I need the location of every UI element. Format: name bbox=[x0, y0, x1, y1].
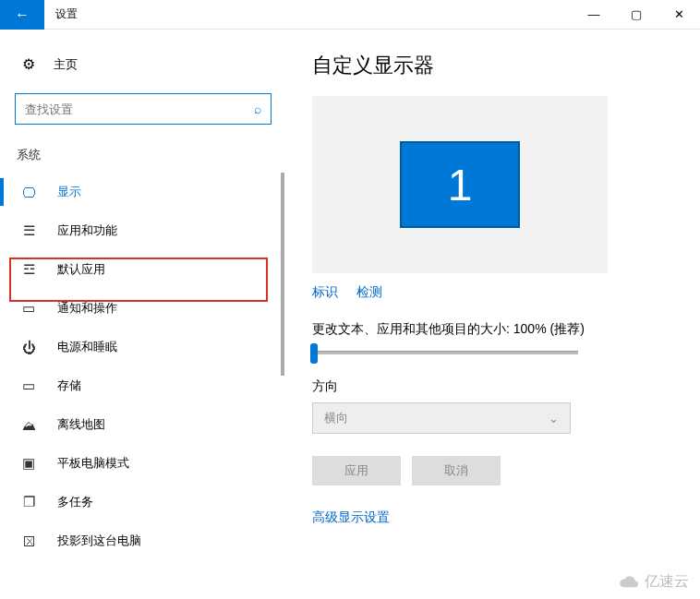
maximize-button[interactable]: ▢ bbox=[615, 0, 658, 30]
sidebar-item-label: 多任务 bbox=[57, 494, 93, 510]
scrollbar-thumb[interactable] bbox=[281, 173, 284, 376]
nav-list: 🖵 显示 ☰ 应用和功能 ☲ 默认应用 ▭ 通知和操作 ⏻ 电源和睡眠 ▭ 存储 bbox=[0, 173, 286, 560]
apply-button: 应用 bbox=[312, 456, 401, 485]
project-icon: ⮽ bbox=[20, 533, 37, 549]
message-icon: ▭ bbox=[20, 300, 37, 317]
minimize-button[interactable]: — bbox=[573, 0, 615, 30]
sidebar-item-tablet[interactable]: ▣ 平板电脑模式 bbox=[0, 444, 286, 483]
sidebar-item-maps[interactable]: ⛰ 离线地图 bbox=[0, 405, 286, 444]
orientation-label: 方向 bbox=[312, 378, 674, 395]
display-preview[interactable]: 1 bbox=[312, 96, 608, 273]
sidebar-item-label: 应用和功能 bbox=[57, 222, 117, 239]
sidebar-item-project[interactable]: ⮽ 投影到这台电脑 bbox=[0, 521, 286, 560]
tablet-icon: ▣ bbox=[20, 455, 37, 472]
sidebar-item-apps[interactable]: ☰ 应用和功能 bbox=[0, 211, 286, 250]
sidebar-item-multitask[interactable]: ❐ 多任务 bbox=[0, 483, 286, 521]
minimize-icon: — bbox=[588, 7, 600, 21]
titlebar: ← 设置 — ▢ ✕ bbox=[0, 0, 700, 30]
main-panel: 自定义显示器 1 标识 检测 更改文本、应用和其他项目的大小: 100% (推荐… bbox=[286, 30, 700, 599]
cloud-icon bbox=[615, 574, 641, 591]
cancel-button: 取消 bbox=[412, 456, 501, 485]
slider-thumb[interactable] bbox=[310, 343, 318, 364]
close-button[interactable]: ✕ bbox=[658, 0, 700, 30]
monitor-1[interactable]: 1 bbox=[400, 141, 520, 228]
window-title: 设置 bbox=[55, 6, 78, 22]
sidebar-item-label: 默认应用 bbox=[57, 261, 105, 278]
monitor-number: 1 bbox=[448, 160, 473, 210]
detect-link[interactable]: 检测 bbox=[356, 284, 382, 301]
orientation-dropdown: 横向 ⌄ bbox=[312, 402, 571, 434]
storage-icon: ▭ bbox=[20, 377, 37, 394]
search-box[interactable]: ⌕ bbox=[15, 93, 272, 125]
sidebar-item-label: 投影到这台电脑 bbox=[57, 533, 141, 549]
watermark-text: 亿速云 bbox=[645, 572, 689, 592]
multitask-icon: ❐ bbox=[20, 494, 37, 510]
sidebar-item-label: 离线地图 bbox=[57, 416, 105, 433]
map-icon: ⛰ bbox=[20, 417, 37, 433]
content: ⚙ 主页 ⌕ 系统 🖵 显示 ☰ 应用和功能 ☲ 默认应用 ▭ 通知和操作 bbox=[0, 30, 700, 599]
power-icon: ⏻ bbox=[20, 340, 37, 355]
sidebar: ⚙ 主页 ⌕ 系统 🖵 显示 ☰ 应用和功能 ☲ 默认应用 ▭ 通知和操作 bbox=[0, 30, 286, 599]
orientation-value: 横向 bbox=[324, 410, 348, 426]
close-icon: ✕ bbox=[674, 7, 684, 21]
watermark: 亿速云 bbox=[615, 572, 689, 592]
sidebar-item-power[interactable]: ⏻ 电源和睡眠 bbox=[0, 328, 286, 366]
maximize-icon: ▢ bbox=[631, 7, 642, 21]
search-input[interactable] bbox=[25, 102, 254, 116]
page-heading: 自定义显示器 bbox=[312, 52, 674, 79]
gear-icon: ⚙ bbox=[20, 55, 37, 73]
home-label: 主页 bbox=[54, 56, 78, 73]
home-link[interactable]: ⚙ 主页 bbox=[0, 46, 286, 82]
sidebar-item-label: 存储 bbox=[57, 377, 81, 394]
identify-link[interactable]: 标识 bbox=[312, 284, 338, 301]
sidebar-item-notifications[interactable]: ▭ 通知和操作 bbox=[0, 289, 286, 328]
search-icon: ⌕ bbox=[254, 102, 261, 116]
sidebar-item-label: 显示 bbox=[57, 184, 81, 200]
scale-label: 更改文本、应用和其他项目的大小: 100% (推荐) bbox=[312, 321, 674, 338]
action-buttons: 应用 取消 bbox=[312, 456, 674, 485]
chevron-down-icon: ⌄ bbox=[549, 412, 559, 425]
sidebar-item-label: 电源和睡眠 bbox=[57, 339, 117, 355]
category-label: 系统 bbox=[0, 141, 286, 173]
scale-slider[interactable] bbox=[312, 351, 578, 354]
sidebar-item-storage[interactable]: ▭ 存储 bbox=[0, 366, 286, 405]
list-icon: ☰ bbox=[20, 222, 37, 239]
display-actions: 标识 检测 bbox=[312, 284, 674, 301]
sidebar-item-default-apps[interactable]: ☲ 默认应用 bbox=[0, 250, 286, 289]
advanced-display-link[interactable]: 高级显示设置 bbox=[312, 509, 390, 524]
sidebar-item-label: 平板电脑模式 bbox=[57, 455, 129, 472]
scrollbar[interactable] bbox=[281, 173, 284, 560]
window-controls: — ▢ ✕ bbox=[573, 0, 700, 30]
sidebar-item-display[interactable]: 🖵 显示 bbox=[0, 173, 286, 211]
back-button[interactable]: ← bbox=[0, 0, 44, 30]
list-settings-icon: ☲ bbox=[20, 261, 37, 278]
sidebar-item-label: 通知和操作 bbox=[57, 300, 117, 317]
monitor-icon: 🖵 bbox=[20, 185, 37, 200]
arrow-left-icon: ← bbox=[15, 6, 30, 23]
